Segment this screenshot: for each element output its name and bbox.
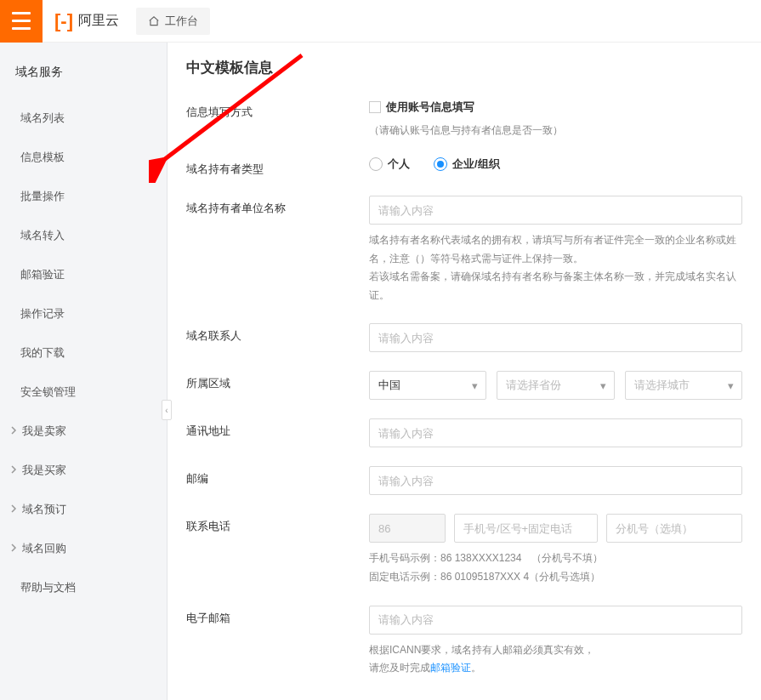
phone-country-code: 86 bbox=[369, 514, 446, 543]
row-holder-type: 域名持有者类型 个人 企业/组织 bbox=[186, 157, 742, 177]
sidebar-item-label: 我是卖家 bbox=[22, 424, 66, 439]
sidebar-item-label: 帮助与文档 bbox=[20, 580, 76, 595]
sidebar-item-label: 安全锁管理 bbox=[20, 384, 76, 400]
main-content: 中文模板信息 信息填写方式 使用账号信息填写 （请确认账号信息与持有者信息是否一… bbox=[168, 43, 761, 700]
logo-icon: [-] bbox=[54, 10, 73, 32]
radio-icon bbox=[369, 157, 383, 171]
sidebar-item-label: 我的下载 bbox=[20, 345, 65, 361]
label-region: 所属区域 bbox=[186, 371, 369, 400]
chevron-right-icon bbox=[10, 543, 17, 554]
select-province-placeholder: 请选择省份 bbox=[506, 378, 561, 393]
help-org-name: 域名持有者名称代表域名的拥有权，请填写与所有者证件完全一致的企业名称或姓名，注意… bbox=[369, 231, 742, 304]
top-header: [-] 阿里云 工作台 bbox=[0, 0, 761, 43]
help-phone-line2: 固定电话示例：86 01095187XXX 4（分机号选填） bbox=[369, 568, 742, 587]
help-phone: 手机号码示例：86 138XXXX1234 （分机号不填） 固定电话示例：86 … bbox=[369, 549, 742, 586]
sidebar-item-2[interactable]: 批量操作 bbox=[0, 177, 167, 216]
select-province[interactable]: 请选择省份 ▾ bbox=[497, 371, 614, 400]
input-contact[interactable] bbox=[369, 323, 742, 352]
sidebar-item-12[interactable]: 帮助与文档 bbox=[0, 568, 167, 607]
help-email-prefix2: 请您及时完成 bbox=[369, 662, 430, 674]
sidebar-item-label: 域名转入 bbox=[20, 228, 65, 243]
checkbox-use-account[interactable]: 使用账号信息填写 bbox=[369, 100, 742, 115]
help-email-suffix: 。 bbox=[471, 662, 481, 674]
select-country[interactable]: 中国 ▾ bbox=[369, 371, 486, 400]
input-email[interactable] bbox=[369, 606, 742, 635]
label-email: 电子邮箱 bbox=[186, 606, 369, 678]
select-city-placeholder: 请选择城市 bbox=[634, 378, 690, 393]
sidebar-item-label: 信息模板 bbox=[20, 150, 65, 165]
sidebar-item-label: 操作记录 bbox=[20, 306, 65, 322]
radio-personal[interactable]: 个人 bbox=[369, 157, 410, 172]
sidebar: 域名服务 域名列表信息模板批量操作域名转入邮箱验证操作记录我的下载安全锁管理我是… bbox=[0, 43, 168, 700]
sidebar-item-label: 批量操作 bbox=[20, 189, 65, 204]
row-contact: 域名联系人 bbox=[186, 323, 742, 352]
fill-method-hint: （请确认账号信息与持有者信息是否一致） bbox=[369, 123, 742, 138]
row-fill-method: 信息填写方式 使用账号信息填写 （请确认账号信息与持有者信息是否一致） bbox=[186, 100, 742, 138]
row-email: 电子邮箱 根据ICANN要求，域名持有人邮箱必须真实有效， 请您及时完成邮箱验证… bbox=[186, 606, 742, 678]
row-postcode: 邮编 bbox=[186, 466, 742, 495]
row-phone: 联系电话 86 手机号码示例：86 138XXXX1234 （分机号不填） 固定… bbox=[186, 514, 742, 586]
help-email-prefix: 根据ICANN要求，域名持有人邮箱必须真实有效， bbox=[369, 644, 594, 656]
sidebar-item-1[interactable]: 信息模板 bbox=[0, 138, 167, 177]
label-address: 通讯地址 bbox=[186, 418, 369, 447]
label-contact: 域名联系人 bbox=[186, 323, 369, 352]
input-address[interactable] bbox=[369, 418, 742, 447]
input-phone-ext[interactable] bbox=[606, 514, 742, 543]
input-org-name[interactable] bbox=[369, 196, 742, 225]
sidebar-item-3[interactable]: 域名转入 bbox=[0, 216, 167, 255]
sidebar-item-label: 域名回购 bbox=[22, 541, 66, 556]
label-org-name: 域名持有者单位名称 bbox=[186, 196, 369, 304]
page-title: 中文模板信息 bbox=[186, 58, 742, 77]
sidebar-item-10[interactable]: 域名预订 bbox=[0, 490, 167, 529]
sidebar-item-11[interactable]: 域名回购 bbox=[0, 529, 167, 568]
home-icon bbox=[148, 15, 160, 27]
sidebar-item-8[interactable]: 我是卖家 bbox=[0, 412, 167, 451]
label-postcode: 邮编 bbox=[186, 466, 369, 495]
chevron-right-icon bbox=[10, 504, 17, 515]
radio-icon bbox=[434, 157, 447, 171]
row-address: 通讯地址 bbox=[186, 418, 742, 447]
brand-logo[interactable]: [-] 阿里云 bbox=[54, 10, 119, 32]
sidebar-item-6[interactable]: 我的下载 bbox=[0, 333, 167, 373]
help-phone-line1: 手机号码示例：86 138XXXX1234 （分机号不填） bbox=[369, 549, 742, 568]
select-country-value: 中国 bbox=[378, 378, 400, 393]
sidebar-item-label: 我是买家 bbox=[22, 463, 66, 478]
radio-personal-label: 个人 bbox=[388, 157, 410, 172]
sidebar-item-9[interactable]: 我是买家 bbox=[0, 451, 167, 490]
help-email: 根据ICANN要求，域名持有人邮箱必须真实有效， 请您及时完成邮箱验证。 bbox=[369, 641, 742, 678]
sidebar-item-0[interactable]: 域名列表 bbox=[0, 99, 167, 138]
sidebar-title: 域名服务 bbox=[0, 43, 167, 99]
row-region: 所属区域 中国 ▾ 请选择省份 ▾ 请选择城市 ▾ bbox=[186, 371, 742, 400]
brand-text: 阿里云 bbox=[78, 12, 119, 30]
radio-org[interactable]: 企业/组织 bbox=[434, 157, 500, 172]
select-city[interactable]: 请选择城市 ▾ bbox=[625, 371, 742, 400]
chevron-right-icon bbox=[10, 465, 17, 475]
chevron-right-icon bbox=[10, 426, 17, 436]
input-phone-main[interactable] bbox=[454, 514, 598, 543]
sidebar-item-7[interactable]: 安全锁管理 bbox=[0, 373, 167, 412]
workbench-button[interactable]: 工作台 bbox=[136, 8, 210, 35]
sidebar-item-5[interactable]: 操作记录 bbox=[0, 294, 167, 333]
workbench-label: 工作台 bbox=[165, 14, 198, 29]
link-email-verify[interactable]: 邮箱验证 bbox=[430, 662, 471, 674]
sidebar-item-4[interactable]: 邮箱验证 bbox=[0, 255, 167, 294]
input-postcode[interactable] bbox=[369, 466, 742, 495]
label-holder-type: 域名持有者类型 bbox=[186, 157, 369, 177]
sidebar-item-label: 域名列表 bbox=[20, 111, 65, 126]
label-phone: 联系电话 bbox=[186, 514, 369, 586]
sidebar-item-label: 域名预订 bbox=[22, 502, 66, 517]
checkbox-label: 使用账号信息填写 bbox=[386, 100, 474, 115]
menu-toggle-button[interactable] bbox=[0, 0, 43, 43]
radio-org-label: 企业/组织 bbox=[452, 157, 500, 172]
label-fill-method: 信息填写方式 bbox=[186, 100, 369, 138]
sidebar-item-label: 邮箱验证 bbox=[20, 267, 65, 282]
row-org-name: 域名持有者单位名称 域名持有者名称代表域名的拥有权，请填写与所有者证件完全一致的… bbox=[186, 196, 742, 304]
checkbox-icon bbox=[369, 101, 381, 113]
